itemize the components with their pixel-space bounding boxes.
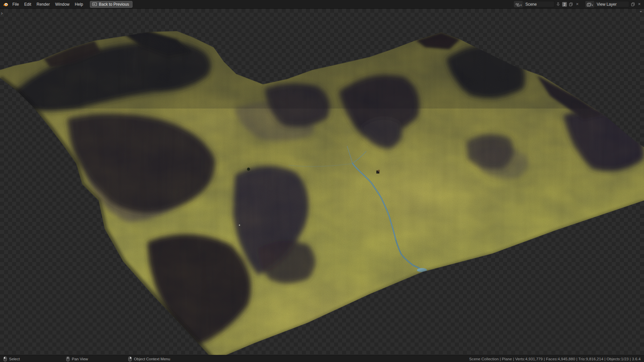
- pin-icon[interactable]: [555, 1, 561, 7]
- hint-object-context-menu: Object Context Menu: [128, 357, 170, 361]
- topbar-right-controls: ▾ Scene 2 ✕: [514, 1, 642, 7]
- mouse-left-button-icon: [3, 357, 7, 361]
- hint-select: Select: [3, 357, 20, 361]
- back-screen-icon: [92, 2, 97, 6]
- hint-pan-view: Pan View: [66, 357, 88, 361]
- statusbar: Select Pan View Object Context Menu Scen…: [0, 355, 644, 362]
- remove-view-layer-icon[interactable]: ✕: [637, 1, 642, 7]
- view-layer-name-field[interactable]: View Layer: [594, 1, 629, 7]
- mouse-right-button-icon: [128, 357, 132, 361]
- topbar: File Edit Render Window Help Back to Pre…: [0, 0, 644, 9]
- scene-selector: ▾ Scene: [514, 1, 554, 7]
- viewport-3d[interactable]: › ⌄: [0, 9, 644, 355]
- scene-users-count-badge[interactable]: 2: [562, 2, 567, 7]
- sidebar-collapse-arrow[interactable]: ⌄: [639, 8, 643, 13]
- browse-scene-button[interactable]: ▾: [514, 1, 523, 7]
- hint-select-label: Select: [9, 357, 20, 361]
- browse-view-layer-button[interactable]: ▾: [585, 1, 594, 7]
- mouse-middle-button-icon: [66, 357, 70, 361]
- scene-icon: [515, 3, 520, 7]
- hint-object-context-menu-label: Object Context Menu: [134, 357, 170, 361]
- terrain-render: [0, 9, 644, 355]
- view-layer-selector: ▾ View Layer: [585, 1, 629, 7]
- new-scene-icon[interactable]: [568, 1, 574, 7]
- back-to-previous-button[interactable]: Back to Previous: [90, 1, 132, 8]
- scene-stats: Scene Collection | Plane | Verts:4,931,7…: [469, 357, 641, 361]
- hint-pan-view-label: Pan View: [72, 357, 88, 361]
- menu-file[interactable]: File: [10, 1, 21, 7]
- new-view-layer-icon[interactable]: [630, 1, 636, 7]
- chevron-down-icon: ▾: [592, 4, 593, 7]
- toolbar-expand-arrow[interactable]: ›: [1, 11, 3, 15]
- view-layer-icon: [587, 3, 591, 7]
- scene-name-field[interactable]: Scene: [523, 1, 554, 7]
- blender-logo-glyph: [3, 2, 8, 7]
- menu-edit[interactable]: Edit: [21, 1, 34, 7]
- blender-logo-icon[interactable]: [3, 2, 8, 7]
- menu-help[interactable]: Help: [72, 1, 86, 7]
- unlink-scene-icon[interactable]: ✕: [575, 1, 580, 7]
- back-to-previous-label: Back to Previous: [99, 2, 129, 7]
- menu-window[interactable]: Window: [52, 1, 72, 7]
- chevron-down-icon: ▾: [520, 4, 522, 7]
- menu-render[interactable]: Render: [34, 1, 52, 7]
